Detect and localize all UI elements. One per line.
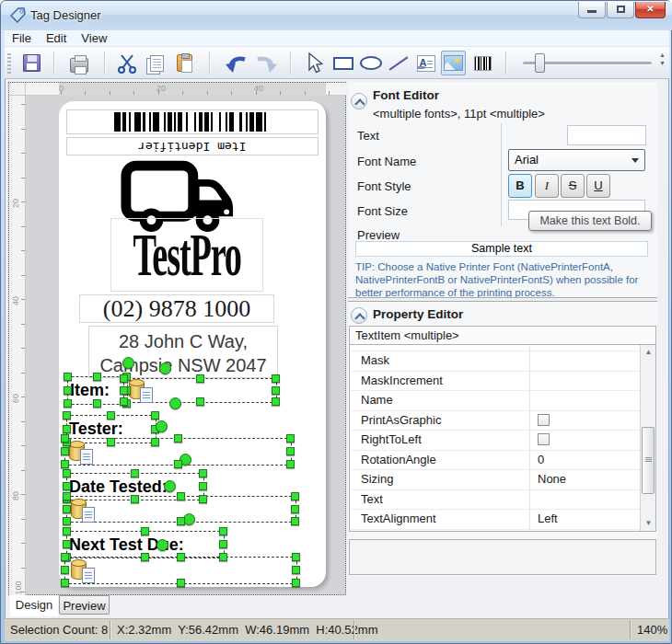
rotation-handle[interactable] bbox=[159, 362, 171, 374]
save-button[interactable] bbox=[19, 51, 44, 75]
maximize-button[interactable] bbox=[607, 2, 634, 18]
menu-file[interactable]: File bbox=[5, 31, 39, 45]
checkbox[interactable] bbox=[538, 433, 550, 445]
selection-handle[interactable] bbox=[291, 492, 299, 500]
rotation-handle[interactable] bbox=[156, 420, 168, 432]
selection-handle[interactable] bbox=[219, 553, 227, 561]
selection-handle[interactable] bbox=[63, 517, 71, 525]
selection-handle[interactable] bbox=[174, 460, 182, 468]
minimize-button[interactable] bbox=[578, 2, 606, 18]
tag-design[interactable]: Item Identifier TestPro (02) 9878 1000 2… bbox=[59, 101, 326, 587]
selection-handle[interactable] bbox=[272, 386, 280, 395]
logo-item[interactable]: TestPro bbox=[110, 218, 263, 292]
selection-handle[interactable] bbox=[196, 397, 204, 406]
undo-button[interactable] bbox=[224, 51, 249, 75]
paste-button[interactable] bbox=[172, 51, 197, 75]
selection-handle[interactable] bbox=[219, 527, 227, 535]
selection-handle[interactable] bbox=[177, 492, 185, 500]
property-row[interactable]: RotationAngle0 bbox=[350, 451, 655, 471]
italic-button[interactable]: I bbox=[535, 174, 559, 198]
property-row[interactable]: PrintAsGraphic bbox=[350, 411, 655, 431]
selection-handle[interactable] bbox=[286, 434, 295, 443]
selection-handle[interactable] bbox=[199, 495, 207, 503]
selection-handle[interactable] bbox=[291, 517, 299, 525]
selection-handle[interactable] bbox=[107, 411, 115, 420]
collapse-font-editor-button[interactable] bbox=[351, 93, 367, 109]
data-field-item[interactable] bbox=[64, 438, 292, 466]
text-input[interactable] bbox=[567, 125, 646, 145]
selection-handle[interactable] bbox=[292, 579, 300, 587]
rotation-handle[interactable] bbox=[169, 397, 181, 409]
title-bar[interactable]: Tag Designer ✕ bbox=[1, 1, 672, 30]
selection-handle[interactable] bbox=[63, 482, 71, 490]
field-label-item[interactable]: Next Test Due: bbox=[66, 531, 225, 558]
selection-handle[interactable] bbox=[219, 540, 227, 548]
selection-handle[interactable] bbox=[64, 399, 72, 408]
barcode-tool-button[interactable] bbox=[470, 51, 495, 75]
selection-handle[interactable] bbox=[63, 411, 71, 420]
strikethrough-button[interactable]: S bbox=[561, 174, 585, 198]
selection-handle[interactable] bbox=[61, 579, 69, 587]
selection-handle[interactable] bbox=[292, 566, 300, 574]
data-field-item[interactable] bbox=[123, 378, 277, 403]
menu-view[interactable]: View bbox=[74, 31, 114, 45]
selection-handle[interactable] bbox=[131, 469, 139, 477]
text-tool-button[interactable] bbox=[413, 51, 438, 75]
property-row[interactable]: TextAlignmentLeft bbox=[350, 510, 655, 530]
selection-handle[interactable] bbox=[63, 469, 71, 477]
font-name-select[interactable]: Arial bbox=[508, 149, 645, 171]
rectangle-tool-button[interactable] bbox=[330, 51, 355, 75]
property-row[interactable]: Name bbox=[350, 391, 655, 411]
redo-button[interactable] bbox=[253, 51, 278, 75]
selection-handle[interactable] bbox=[199, 482, 207, 490]
selection-handle[interactable] bbox=[286, 460, 295, 468]
toolbar-overflow-button[interactable]: ▲▼ bbox=[657, 51, 667, 75]
property-row[interactable]: SizingNone bbox=[350, 470, 655, 490]
address-item[interactable]: 28 John C Way, Campsie NSW 2047 bbox=[88, 326, 278, 378]
selection-handle[interactable] bbox=[174, 434, 182, 443]
selection-handle[interactable] bbox=[196, 374, 204, 383]
scrollbar-thumb[interactable] bbox=[642, 427, 655, 494]
selection-handle[interactable] bbox=[61, 566, 69, 574]
selection-handle[interactable] bbox=[120, 386, 128, 395]
selection-handle[interactable] bbox=[286, 447, 295, 455]
selection-handle[interactable] bbox=[107, 438, 115, 446]
property-grid-scrollbar[interactable]: ▲ ▼ bbox=[640, 345, 655, 531]
barcode-item[interactable] bbox=[66, 109, 319, 134]
selection-handle[interactable] bbox=[291, 505, 299, 513]
zoom-slider-thumb[interactable] bbox=[535, 53, 545, 73]
print-button[interactable] bbox=[66, 51, 91, 75]
selection-handle[interactable] bbox=[61, 434, 69, 443]
menu-edit[interactable]: Edit bbox=[39, 31, 74, 45]
selection-handle[interactable] bbox=[63, 505, 71, 513]
toolbar-grip[interactable] bbox=[7, 52, 11, 74]
selection-handle[interactable] bbox=[63, 527, 71, 535]
selection-handle[interactable] bbox=[64, 373, 72, 381]
selection-handle[interactable] bbox=[199, 469, 207, 477]
selection-handle[interactable] bbox=[131, 495, 139, 503]
underline-button[interactable]: U bbox=[586, 174, 610, 198]
data-field-item[interactable] bbox=[66, 496, 296, 523]
bold-button[interactable]: B bbox=[508, 174, 532, 198]
rotation-handle[interactable] bbox=[164, 480, 176, 492]
selection-handle[interactable] bbox=[61, 460, 69, 468]
selection-handle[interactable] bbox=[141, 527, 149, 535]
property-row[interactable]: Text bbox=[350, 490, 655, 511]
pointer-tool-button[interactable] bbox=[301, 51, 326, 75]
property-row[interactable]: RightToLeft bbox=[350, 431, 655, 451]
selection-handle[interactable] bbox=[61, 553, 69, 561]
selection-handle[interactable] bbox=[93, 399, 101, 408]
phone-item[interactable]: (02) 9878 1000 bbox=[79, 294, 274, 323]
selection-handle[interactable] bbox=[63, 425, 71, 433]
image-tool-button[interactable] bbox=[441, 51, 466, 75]
property-row[interactable]: Mask bbox=[350, 351, 655, 372]
selection-handle[interactable] bbox=[141, 553, 149, 561]
data-field-item[interactable] bbox=[64, 557, 297, 584]
collapse-property-editor-button[interactable] bbox=[351, 307, 367, 324]
line-tool-button[interactable] bbox=[386, 51, 411, 75]
design-canvas[interactable]: 0 20 40 20 40 60 80 100 Item Identifier bbox=[8, 82, 346, 595]
tab-design[interactable]: Design bbox=[10, 595, 58, 616]
selection-handle[interactable] bbox=[272, 374, 280, 383]
ellipse-tool-button[interactable] bbox=[358, 51, 383, 75]
selection-handle[interactable] bbox=[93, 373, 101, 381]
